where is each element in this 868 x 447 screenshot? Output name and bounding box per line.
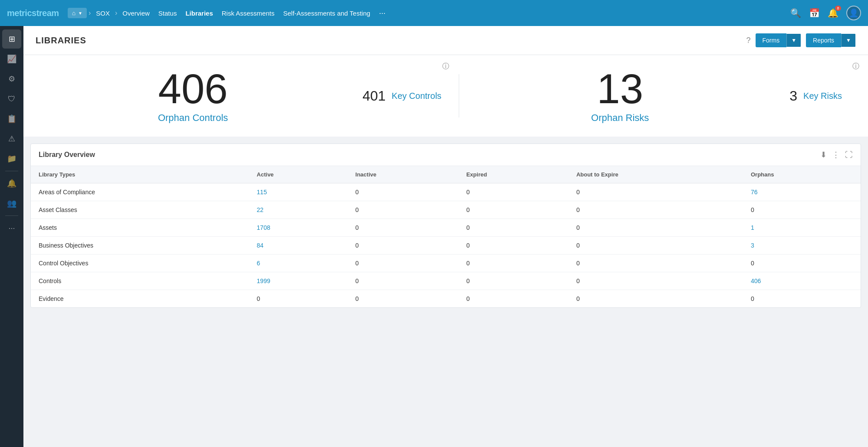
table-cell-4-1[interactable]: 6 bbox=[249, 254, 348, 272]
table-link-5-1[interactable]: 1999 bbox=[257, 277, 270, 284]
sidebar-sep-2 bbox=[5, 215, 18, 216]
table-row: Control Objectives60000 bbox=[31, 254, 861, 272]
analytics-icon: 📈 bbox=[7, 54, 16, 64]
home-button[interactable]: ⌂ ▼ bbox=[68, 8, 87, 18]
stats-divider bbox=[459, 74, 459, 117]
table-link-3-5[interactable]: 3 bbox=[751, 242, 754, 249]
reports-caret[interactable]: ▼ bbox=[841, 34, 855, 47]
table-link-5-5[interactable]: 406 bbox=[751, 277, 761, 284]
nav-more-button[interactable]: ··· bbox=[375, 9, 389, 18]
notifications-button[interactable]: 🔔 8 bbox=[828, 8, 838, 18]
user-avatar-button[interactable]: 👤 bbox=[846, 6, 861, 20]
table-link-2-1[interactable]: 1708 bbox=[257, 224, 270, 231]
nav-libraries[interactable]: Libraries bbox=[182, 8, 216, 19]
table-cell-5-5[interactable]: 406 bbox=[743, 272, 861, 290]
sidebar-item-users[interactable]: 👥 bbox=[2, 194, 21, 213]
table-cell-4-5: 0 bbox=[743, 254, 861, 272]
table-cell-0-3: 0 bbox=[458, 183, 568, 201]
nav-risk-assessments[interactable]: Risk Assessments bbox=[218, 8, 278, 19]
table-link-2-5[interactable]: 1 bbox=[751, 224, 754, 231]
reports-button[interactable]: Reports bbox=[806, 33, 841, 47]
table-cell-3-1[interactable]: 84 bbox=[249, 237, 348, 254]
sidebar-item-compliance[interactable]: 🛡 bbox=[2, 89, 21, 108]
nav-breadcrumb: ⌂ ▼ › SOX › Overview Status Libraries Ri… bbox=[68, 8, 790, 19]
stats-section: ⓘ ⓘ 406 Orphan Controls 401 Key Controls… bbox=[23, 55, 868, 137]
top-navigation: metricstream ⌂ ▼ › SOX › Overview Status… bbox=[0, 0, 868, 26]
notifications-badge: 8 bbox=[835, 6, 841, 11]
expand-icon[interactable]: ⛶ bbox=[845, 150, 853, 160]
table-cell-3-0: Business Objectives bbox=[31, 237, 249, 254]
help-icon[interactable]: ? bbox=[746, 36, 751, 45]
reports-icon: 📋 bbox=[7, 114, 16, 124]
table-cell-6-2: 0 bbox=[348, 290, 459, 308]
key-controls-sub: 401 Key Controls bbox=[362, 88, 441, 104]
table-cell-5-3: 0 bbox=[458, 272, 568, 290]
sidebar-item-alerts[interactable]: 🔔 bbox=[2, 174, 21, 193]
table-link-3-1[interactable]: 84 bbox=[257, 242, 264, 249]
calendar-icon: 📅 bbox=[809, 8, 820, 18]
sidebar-item-dashboard[interactable]: ⊞ bbox=[2, 29, 21, 49]
sidebar-item-files[interactable]: 📁 bbox=[2, 149, 21, 168]
sidebar-item-reports[interactable]: 📋 bbox=[2, 109, 21, 128]
table-body: Areas of Compliance11500076Asset Classes… bbox=[31, 183, 861, 308]
orphan-controls-block: 406 Orphan Controls bbox=[49, 68, 336, 124]
table-cell-0-5[interactable]: 76 bbox=[743, 183, 861, 201]
col-about-to-expire: About to Expire bbox=[569, 166, 743, 183]
table-cell-6-3: 0 bbox=[458, 290, 568, 308]
col-inactive: Inactive bbox=[348, 166, 459, 183]
table-row: Evidence00000 bbox=[31, 290, 861, 308]
table-link-4-1[interactable]: 6 bbox=[257, 260, 260, 267]
stats-right-info-icon[interactable]: ⓘ bbox=[852, 62, 859, 71]
orphan-risks-number: 13 bbox=[597, 68, 643, 110]
table-cell-0-1[interactable]: 115 bbox=[249, 183, 348, 201]
table-cell-2-4: 0 bbox=[569, 219, 743, 237]
stats-center-info-icon[interactable]: ⓘ bbox=[442, 62, 449, 71]
table-cell-3-5[interactable]: 3 bbox=[743, 237, 861, 254]
key-risks-number: 3 bbox=[789, 88, 797, 104]
table-link-1-1[interactable]: 22 bbox=[257, 206, 264, 213]
key-risks-label[interactable]: Key Risks bbox=[803, 91, 842, 101]
forms-caret[interactable]: ▼ bbox=[786, 34, 801, 47]
orphan-risks-block: 13 Orphan Risks bbox=[477, 68, 763, 124]
nav-status[interactable]: Status bbox=[155, 8, 181, 19]
more-options-icon[interactable]: ⋮ bbox=[832, 150, 840, 160]
table-row: Controls1999000406 bbox=[31, 272, 861, 290]
table-cell-2-5[interactable]: 1 bbox=[743, 219, 861, 237]
table-cell-5-2: 0 bbox=[348, 272, 459, 290]
risk-icon: ⚠ bbox=[8, 134, 15, 144]
sidebar-item-analytics[interactable]: 📈 bbox=[2, 49, 21, 69]
page-actions: ? Forms ▼ Reports ▼ bbox=[746, 33, 856, 48]
page-header: LIBRARIES ? Forms ▼ Reports ▼ bbox=[23, 26, 868, 55]
col-active: Active bbox=[249, 166, 348, 183]
table-cell-3-4: 0 bbox=[569, 237, 743, 254]
alert-icon: 🔔 bbox=[7, 179, 16, 188]
orphan-controls-label[interactable]: Orphan Controls bbox=[158, 112, 228, 124]
overview-header: Library Overview ⬇ ⋮ ⛶ bbox=[31, 144, 861, 166]
orphan-risks-label[interactable]: Orphan Risks bbox=[591, 112, 649, 124]
main-layout: ⊞ 📈 ⚙ 🛡 📋 ⚠ 📁 🔔 👥 ··· bbox=[0, 26, 868, 447]
nav-self-assessments[interactable]: Self-Assessments and Testing bbox=[279, 8, 374, 19]
sidebar-item-risk[interactable]: ⚠ bbox=[2, 129, 21, 148]
table-cell-1-5: 0 bbox=[743, 201, 861, 219]
nav-overview[interactable]: Overview bbox=[119, 8, 153, 19]
sidebar-item-settings[interactable]: ⚙ bbox=[2, 69, 21, 88]
sidebar-item-more[interactable]: ··· bbox=[2, 219, 21, 238]
calendar-button[interactable]: 📅 bbox=[809, 8, 820, 18]
sidebar: ⊞ 📈 ⚙ 🛡 📋 ⚠ 📁 🔔 👥 ··· bbox=[0, 26, 23, 447]
table-cell-1-1[interactable]: 22 bbox=[249, 201, 348, 219]
download-icon[interactable]: ⬇ bbox=[820, 150, 827, 160]
search-button[interactable]: 🔍 bbox=[790, 8, 801, 18]
table-cell-3-2: 0 bbox=[348, 237, 459, 254]
table-cell-1-4: 0 bbox=[569, 201, 743, 219]
table-cell-6-4: 0 bbox=[569, 290, 743, 308]
table-link-0-1[interactable]: 115 bbox=[257, 189, 267, 196]
orphan-controls-number: 406 bbox=[158, 68, 228, 110]
table-cell-5-1[interactable]: 1999 bbox=[249, 272, 348, 290]
table-cell-4-4: 0 bbox=[569, 254, 743, 272]
forms-button[interactable]: Forms bbox=[756, 33, 787, 47]
nav-sox[interactable]: SOX bbox=[92, 8, 113, 19]
table-link-0-5[interactable]: 76 bbox=[751, 189, 758, 196]
key-controls-label[interactable]: Key Controls bbox=[392, 91, 442, 101]
overview-title: Library Overview bbox=[39, 151, 95, 159]
table-cell-2-1[interactable]: 1708 bbox=[249, 219, 348, 237]
